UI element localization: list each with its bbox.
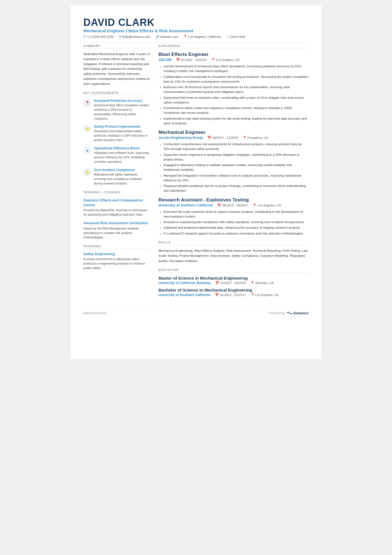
calendar-icon-edu-2: 📅: [215, 293, 219, 297]
job-location-2: 📍 Pasadena, CA: [243, 136, 268, 140]
right-column: EXPERIENCE Blast Effects Engineer AECOM …: [158, 45, 309, 300]
key-achievements-label: KEY ACHIEVEMENTS: [83, 92, 150, 96]
footer: www.enhancv.com Powered by Enhancv: [83, 308, 309, 315]
contact-phone: ✆ +1-(234)-555-1234: [83, 35, 114, 39]
footer-brand: Powered by Enhancv: [269, 311, 309, 315]
bullet-3-4: Co-authored 5 research papers focused on…: [163, 231, 309, 236]
education-label: EDUCATION: [158, 268, 309, 273]
job-bullets-2: Conducted comprehensive risk assessments…: [158, 142, 309, 193]
email-icon: ✉: [119, 35, 121, 39]
contact-line: ✆ +1-(234)-555-1234 ✉ help@enhancv.com 🔗…: [83, 35, 309, 39]
job-date-3: 📅 08/2015 - 05/2017: [217, 203, 248, 207]
summary-text: Dedicated Mechanical Engineer with 4 yea…: [83, 52, 150, 87]
job-location-3: 📍 Los Angeles, CA: [253, 203, 281, 207]
achievement-3: ♥ Operational Efficiency Boost Integrate…: [83, 146, 150, 164]
calendar-icon-1: 📅: [176, 58, 180, 62]
contact-location: 📍 Los Angeles, California: [183, 35, 221, 39]
edu-location-1: 📍 Berkeley, CA: [250, 281, 274, 285]
edu-date-1: 📅 01/2017 - 01/2019: [215, 281, 246, 285]
contact-email: ✉ help@enhancv.com: [119, 35, 150, 39]
pin-icon-1: 📍: [211, 58, 215, 62]
job-bullets-3: Executed lab-scale explosion tests to su…: [158, 209, 309, 236]
calendar-icon-2: 📅: [207, 136, 211, 140]
achievement-icon-wrap-1: 📍: [83, 99, 91, 107]
bullet-2-4: Managed the integration of innovative so…: [163, 173, 309, 183]
edu-location-2: 📍 Los Angeles, CA: [250, 293, 279, 297]
extra-icon: ☆: [226, 35, 229, 39]
training-item-1: Explosion Effects and Consequences Cours…: [83, 198, 150, 217]
linkedin-icon: 🔗: [155, 35, 160, 39]
edu-2: Bachelor of Science in Mechanical Engine…: [158, 288, 309, 297]
achievement-desc-3: Integrated new software tools, improving…: [94, 151, 150, 164]
passion-desc-1: A strong commitment to advancing safety …: [83, 257, 150, 270]
achievement-1: 📍 Increased Predictive Accuracy Enhanced…: [83, 99, 150, 121]
star-icon-1: ⭐: [85, 127, 90, 131]
achievement-icon-wrap-4: ⭐: [83, 168, 91, 176]
bullet-1-3: Authored over 30 technical reports and p…: [163, 85, 309, 95]
achievement-title-1: Increased Predictive Accuracy: [94, 99, 150, 103]
job-meta-2: Jacobs Engineering Group 📅 06/2017 - 12/…: [158, 136, 309, 140]
bullet-3-3: Gathered and analyzed experimental data,…: [163, 225, 309, 230]
achievement-2: ⭐ Safety Protocol Improvement Developed …: [83, 125, 150, 142]
bullet-1-6: Implemented a new data tracking system f…: [163, 116, 309, 126]
experience-label: EXPERIENCE: [158, 45, 309, 49]
star-icon-2: ⭐: [85, 170, 90, 174]
bullet-1-4: Supervised field tests at explosion site…: [163, 95, 309, 105]
edu-date-2: 📅 01/2013 - 01/2017: [215, 293, 246, 297]
achievement-icon-wrap-2: ⭐: [83, 125, 91, 133]
achievement-title-3: Operational Efficiency Boost: [94, 146, 150, 150]
job-title-1: Blast Effects Engineer: [158, 52, 309, 57]
job-title-2: Mechanical Engineer: [158, 130, 309, 135]
calendar-icon-edu-1: 📅: [215, 281, 219, 285]
edu-1: Master of Science in Mechanical Engineer…: [158, 276, 309, 285]
achievement-icon-wrap-3: ♥: [83, 147, 91, 154]
phone-icon: ✆: [83, 35, 86, 39]
job-date-1: 📅 01/2020 - 10/2023: [176, 58, 207, 62]
job-2: Mechanical Engineer Jacobs Engineering G…: [158, 130, 309, 193]
calendar-icon-3: 📅: [217, 203, 221, 207]
pin-icon-2: 📍: [243, 136, 247, 140]
contact-linkedin: 🔗 linkedin.com: [155, 35, 178, 39]
enhancv-logo: Enhancv: [287, 311, 309, 315]
training-item-2: Advanced Risk Assessment Certification I…: [83, 221, 150, 240]
footer-website: www.enhancv.com: [83, 312, 106, 315]
training-title-2: Advanced Risk Assessment Certification: [83, 221, 150, 226]
powered-by-text: Powered by: [269, 311, 285, 315]
pin-icon-3: 📍: [253, 203, 257, 207]
heart-icon: ♥: [86, 149, 88, 153]
achievement-title-2: Safety Protocol Improvement: [94, 125, 150, 129]
summary-label: SUMMARY: [83, 45, 150, 49]
header: DAVID CLARK Mechanical Engineer | Blast …: [83, 17, 309, 39]
bullet-1-2: Collaborated cross-functionally to strea…: [163, 75, 309, 84]
contact-extra: ☆ Extra Field: [226, 35, 245, 39]
job-3: Research Assistant - Explosives Testing …: [158, 197, 309, 236]
job-meta-3: University of Southern California 📅 08/2…: [158, 203, 309, 207]
bullet-2-1: Conducted comprehensive risk assessments…: [163, 142, 309, 152]
edu-school-2: University of Southern California: [158, 293, 210, 297]
resume-page: DAVID CLARK Mechanical Engineer | Blast …: [71, 6, 321, 359]
edu-meta-2: University of Southern California 📅 01/2…: [158, 293, 309, 297]
passion-title-1: Safety Engineering: [83, 252, 150, 256]
pin-icon: 📍: [85, 101, 90, 105]
job-title-3: Research Assistant - Explosives Testing: [158, 197, 309, 203]
left-column: SUMMARY Dedicated Mechanical Engineer wi…: [83, 45, 150, 300]
achievement-title-4: Zero Incident Compliance: [94, 168, 150, 172]
edu-school-1: University of California, Berkeley: [158, 281, 211, 285]
edu-meta-1: University of California, Berkeley 📅 01/…: [158, 281, 309, 285]
bullet-3-1: Executed lab-scale explosion tests to su…: [163, 209, 309, 219]
header-divider: [83, 43, 309, 43]
bullet-2-3: Engaged in laboratory testing to validat…: [163, 163, 309, 172]
job-meta-1: AECOM 📅 01/2020 - 10/2023 📍 Los Angeles,…: [158, 58, 309, 62]
achievement-4: ⭐ Zero Incident Compliance Maintained la…: [83, 168, 150, 186]
job-company-2: Jacobs Engineering Group: [158, 136, 203, 140]
bullet-2-5: Prepared detailed analytical reports on …: [163, 184, 309, 193]
edu-degree-2: Bachelor of Science in Mechanical Engine…: [158, 288, 309, 292]
skills-label: SKILLS: [158, 241, 309, 245]
achievement-desc-1: Enhanced blast effect simulation models,…: [94, 103, 150, 121]
job-1: Blast Effects Engineer AECOM 📅 01/2020 -…: [158, 52, 309, 126]
training-label: TRAINING / COURSES: [83, 191, 150, 195]
location-icon: 📍: [183, 35, 187, 39]
skills-text: Mechanical Engineering, Blast Effects An…: [158, 248, 309, 263]
bullet-1-5: Contributed to safety audits and regulat…: [163, 106, 309, 115]
training-desc-1: Provided by BakerRisk, focusing on techn…: [83, 208, 150, 217]
